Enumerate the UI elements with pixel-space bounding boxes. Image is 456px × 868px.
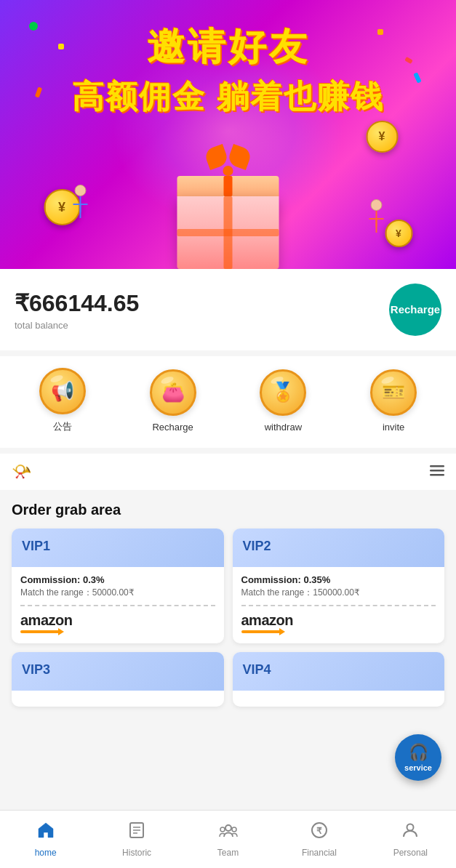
headset-icon: 🎧 bbox=[409, 743, 428, 762]
menu-lines-icon bbox=[430, 464, 444, 481]
vip4-body bbox=[233, 691, 445, 707]
svg-point-7 bbox=[225, 825, 231, 831]
nav-financial[interactable]: ₹ Financial bbox=[273, 821, 364, 858]
vip1-brand-arrow bbox=[20, 630, 64, 635]
svg-point-8 bbox=[220, 827, 225, 832]
nav-historic-label: Historic bbox=[122, 848, 151, 858]
invite-label: invite bbox=[383, 422, 404, 433]
balance-label: total balance bbox=[15, 320, 139, 331]
vip1-divider bbox=[20, 605, 215, 606]
vip1-header: VIP1 bbox=[12, 529, 224, 567]
vip1-match: Match the range：50000.00₹ bbox=[20, 587, 215, 599]
vip4-card[interactable]: VIP4 bbox=[233, 652, 445, 707]
confetti-3 bbox=[404, 57, 413, 64]
financial-icon: ₹ bbox=[310, 821, 329, 845]
hero-title-2: 高额佣金 躺着也赚钱 bbox=[72, 76, 383, 118]
service-button[interactable]: 🎧 service bbox=[395, 734, 441, 781]
vip3-card[interactable]: VIP3 bbox=[12, 652, 224, 707]
action-notice[interactable]: 📢 公告 bbox=[39, 368, 86, 433]
vip2-brand-arrow bbox=[241, 630, 285, 635]
quick-actions: 📢 公告 👛 Recharge 🏅 withdraw 🎫 invite bbox=[0, 356, 456, 448]
balance-section: ₹666144.65 total balance Rechar­ge bbox=[0, 269, 456, 350]
hero-title-1: 邀请好友 bbox=[147, 22, 310, 73]
nav-personal-label: Personal bbox=[393, 848, 428, 858]
nav-historic[interactable]: Historic bbox=[91, 821, 182, 858]
vip2-card[interactable]: VIP2 Commission: 0.35% Match the range：1… bbox=[233, 529, 445, 643]
recharge-label: Recharge bbox=[152, 422, 193, 433]
section-title: Order grab area bbox=[12, 502, 444, 518]
order-grab-section: Order grab area VIP1 Commission: 0.3% Ma… bbox=[0, 490, 456, 715]
vip2-header: VIP2 bbox=[233, 529, 445, 567]
vip2-divider bbox=[241, 605, 436, 606]
hero-illustration: ¥ ¥ ¥ bbox=[0, 109, 456, 269]
action-withdraw[interactable]: 🏅 withdraw bbox=[260, 369, 306, 433]
confetti-2 bbox=[58, 44, 64, 49]
vip1-brand: amazon bbox=[20, 612, 215, 629]
team-icon bbox=[219, 821, 238, 845]
vip2-brand: amazon bbox=[241, 612, 436, 629]
announce-left: 📯 bbox=[12, 462, 31, 481]
vip4-header: VIP4 bbox=[233, 652, 445, 691]
vip2-body: Commission: 0.35% Match the range：150000… bbox=[233, 567, 445, 643]
confetti-1 bbox=[29, 22, 38, 31]
invite-icon: 🎫 bbox=[370, 369, 417, 416]
hero-banner: 邀请好友 高额佣金 躺着也赚钱 ¥ ¥ ¥ bbox=[0, 0, 456, 269]
nav-team[interactable]: Team bbox=[183, 821, 273, 858]
recharge-button[interactable]: Rechar­ge bbox=[389, 284, 441, 336]
balance-amount: ₹666144.65 bbox=[15, 289, 139, 317]
confetti-6 bbox=[413, 72, 421, 83]
svg-rect-2 bbox=[430, 474, 444, 476]
action-invite[interactable]: 🎫 invite bbox=[370, 369, 417, 433]
confetti-4 bbox=[377, 29, 383, 35]
confetti-5 bbox=[35, 87, 42, 97]
vip-grid: VIP1 Commission: 0.3% Match the range：50… bbox=[12, 529, 444, 715]
action-recharge[interactable]: 👛 Recharge bbox=[150, 369, 196, 433]
vip1-commission: Commission: 0.3% bbox=[20, 574, 215, 585]
balance-left: ₹666144.65 total balance bbox=[15, 289, 139, 331]
vip2-match: Match the range：150000.00₹ bbox=[241, 587, 436, 599]
withdraw-icon: 🏅 bbox=[260, 369, 306, 416]
withdraw-label: withdraw bbox=[265, 422, 302, 433]
nav-home[interactable]: home bbox=[0, 821, 91, 858]
historic-icon bbox=[127, 821, 146, 845]
svg-point-12 bbox=[407, 824, 414, 831]
nav-home-label: home bbox=[35, 848, 57, 858]
svg-text:₹: ₹ bbox=[316, 826, 322, 836]
recharge-icon: 👛 bbox=[150, 369, 196, 416]
svg-rect-1 bbox=[430, 470, 444, 472]
personal-icon bbox=[401, 821, 420, 845]
service-label: service bbox=[404, 763, 432, 772]
vip2-commission: Commission: 0.35% bbox=[241, 574, 436, 585]
announcement-bar: 📯 bbox=[0, 454, 456, 490]
nav-team-label: Team bbox=[217, 848, 239, 858]
svg-point-9 bbox=[232, 827, 236, 832]
nav-personal[interactable]: Personal bbox=[365, 821, 456, 858]
nav-financial-label: Financial bbox=[302, 848, 337, 858]
vip3-body bbox=[12, 691, 224, 707]
notice-icon: 📢 bbox=[39, 368, 86, 414]
notice-label: 公告 bbox=[53, 420, 72, 433]
vip3-header: VIP3 bbox=[12, 652, 224, 691]
home-icon bbox=[36, 821, 55, 845]
megaphone-icon: 📯 bbox=[12, 462, 31, 481]
bottom-nav: home Historic Team bbox=[0, 810, 456, 868]
svg-rect-0 bbox=[430, 465, 444, 467]
vip1-body: Commission: 0.3% Match the range：50000.0… bbox=[12, 567, 224, 643]
vip1-card[interactable]: VIP1 Commission: 0.3% Match the range：50… bbox=[12, 529, 224, 643]
